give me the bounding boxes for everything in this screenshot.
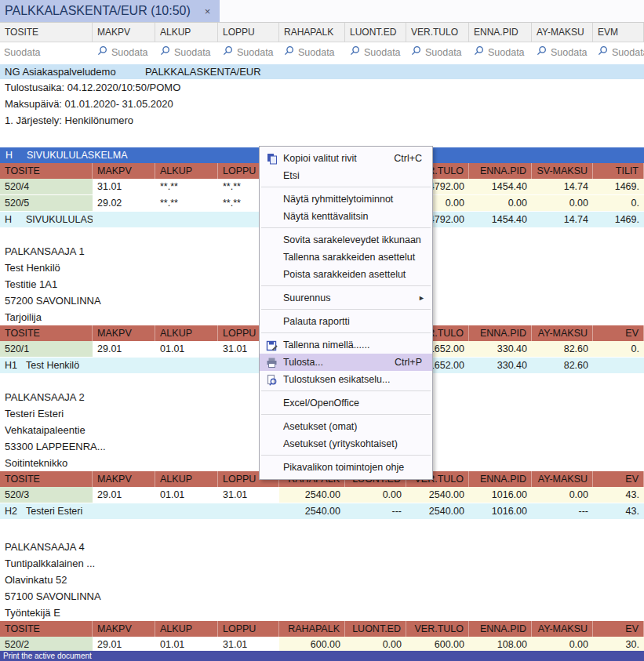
column-header-makpv[interactable]: MAKPV <box>93 23 155 42</box>
table-cell: 0. <box>593 195 644 212</box>
menu-item-excel-openoffice[interactable]: Excel/OpenOffice <box>260 394 432 412</box>
column-header-luont-ed[interactable]: LUONT.ED <box>345 23 406 42</box>
filter-cell-ver-tulo[interactable]: Suodata <box>406 45 469 60</box>
menu-item-n-yt-kentt-valitsin[interactable]: Näytä kenttävalitsin <box>260 208 432 225</box>
table-header-cell-ev[interactable]: EV <box>593 471 644 487</box>
summary-prefix: H <box>5 212 26 227</box>
table-cell <box>93 503 155 520</box>
filter-cell-makpv[interactable]: Suodata <box>93 45 155 60</box>
menu-item-etsi[interactable]: Etsi <box>260 167 432 184</box>
table-cell: HSIVUKULULAS... <box>0 212 93 228</box>
table-header-cell-makpv[interactable]: MAKPV <box>93 621 155 637</box>
menu-item-label: Pikavalikon toimintojen ohje <box>283 462 432 473</box>
table-cell <box>593 358 644 374</box>
table-header-cell-makpv[interactable]: MAKPV <box>93 471 155 487</box>
filter-label: Suodata <box>237 47 274 58</box>
menu-item-label: Suurennus <box>283 292 418 303</box>
table-row[interactable]: 520/329.0101.0131.012540.000.002540.0010… <box>0 487 644 503</box>
menu-item-palauta-raportti[interactable]: Palauta raportti <box>260 313 432 330</box>
magnifier-icon <box>283 45 294 56</box>
filter-cell-loppu[interactable]: Suodata <box>218 45 279 60</box>
table-header-cell-tosite[interactable]: TOSITE <box>0 325 93 341</box>
table-header-cell-ver-tulo[interactable]: VER.TULO <box>406 621 469 637</box>
column-header-alkup[interactable]: ALKUP <box>155 23 218 42</box>
menu-item-kopioi-valitut-rivit[interactable]: Kopioi valitut rivitCtrl+C <box>260 150 432 167</box>
column-header-rahapalk[interactable]: RAHAPALK <box>279 23 345 42</box>
table-header-cell-makpv[interactable]: MAKPV <box>93 325 155 341</box>
filter-label: Suodata <box>4 47 41 58</box>
close-icon[interactable]: × <box>205 5 211 17</box>
table-header-cell-enna-pid[interactable]: ENNA.PID <box>469 163 532 179</box>
table-header-cell-ay-maksu[interactable]: AY-MAKSU <box>532 325 593 341</box>
table-header-cell-loppu[interactable]: LOPPU <box>218 621 279 637</box>
filter-cell-evm[interactable]: Suodata <box>593 45 644 60</box>
menu-item-asetukset-omat[interactable]: Asetukset (omat) <box>260 418 432 435</box>
table-header-row: TOSITEMAKPVALKUPLOPPURAHAPALKLUONT.EDVER… <box>0 621 644 637</box>
table-header-cell-alkup[interactable]: ALKUP <box>155 621 218 637</box>
table-header-cell-ev[interactable]: EV <box>593 325 644 341</box>
menu-item-label: Poista sarakkeiden asettelut <box>283 269 432 280</box>
menu-item-suurennus[interactable]: Suurennus► <box>260 289 432 307</box>
table-cell: **.** <box>155 195 218 212</box>
table-header-cell-alkup[interactable]: ALKUP <box>155 325 218 341</box>
table-header-cell-ev[interactable]: EV <box>593 621 644 637</box>
menu-item-tulosta[interactable]: Tulosta...Ctrl+P <box>260 354 432 371</box>
table-header-cell-makpv[interactable]: MAKPV <box>93 163 155 179</box>
column-header-enna-pid[interactable]: ENNA.PID <box>469 23 532 42</box>
menu-item-pikavalikon-toimintojen-ohje[interactable]: Pikavalikon toimintojen ohje <box>260 459 432 476</box>
filter-row: SuodataSuodataSuodataSuodataSuodataSuoda… <box>0 42 644 62</box>
filter-cell-rahapalk[interactable]: Suodata <box>279 45 345 60</box>
table-header-cell-luont-ed[interactable]: LUONT.ED <box>345 621 406 637</box>
summary-row[interactable]: H2Testeri Esteri2540.00---2540.001016.00… <box>0 503 644 520</box>
tab-palkkalaskenta[interactable]: PALKKALASKENTA/EUR (10:50) × <box>0 0 220 22</box>
employee-info-line: Työntekijä E <box>0 605 644 621</box>
table-header-cell-ay-maksu[interactable]: AY-MAKSU <box>532 471 593 487</box>
menu-item-tallenna-nimell[interactable]: Tallenna nimellä...... <box>260 336 432 354</box>
filter-cell-tosite[interactable]: Suodata <box>0 47 93 58</box>
table-header-cell-tilit[interactable]: TILIT <box>593 163 644 179</box>
table-header-cell-enna-pid[interactable]: ENNA.PID <box>469 325 532 341</box>
section-prefix: H <box>5 147 13 163</box>
filter-label: Suodata <box>364 47 401 58</box>
menu-item-label: Asetukset (yrityskohtaiset) <box>283 438 432 449</box>
filter-cell-alkup[interactable]: Suodata <box>155 45 218 60</box>
print-time-line: Tulostusaika: 04.12.2020/10:50/POMO <box>0 79 644 96</box>
menu-item-tallenna-sarakkeiden-asettelut[interactable]: Tallenna sarakkeiden asettelut <box>260 249 432 266</box>
menu-shortcut: Ctrl+C <box>394 153 432 164</box>
table-cell: **.** <box>155 179 218 195</box>
table-cell <box>155 503 218 520</box>
menu-item-n-yt-ryhmittelytoiminnot[interactable]: Näytä ryhmittelytoiminnot <box>260 191 432 208</box>
filter-cell-luont-ed[interactable]: Suodata <box>345 45 406 60</box>
table-header-cell-enna-pid[interactable]: ENNA.PID <box>469 621 532 637</box>
column-header-ver-tulo[interactable]: VER.TULO <box>406 23 469 42</box>
table-cell: 82.60 <box>532 341 593 358</box>
column-header-tosite[interactable]: TOSITE <box>0 23 93 42</box>
table-cell: 14.74 <box>532 179 593 195</box>
column-header-loppu[interactable]: LOPPU <box>218 23 279 42</box>
table-header-cell-alkup[interactable]: ALKUP <box>155 471 218 487</box>
table-header-cell-ay-maksu[interactable]: AY-MAKSU <box>532 621 593 637</box>
filter-cell-ay-maksu[interactable]: Suodata <box>532 45 593 60</box>
menu-separator <box>261 309 431 310</box>
table-header-cell-alkup[interactable]: ALKUP <box>155 163 218 179</box>
column-header-ay-maksu[interactable]: AY-MAKSU <box>532 23 593 42</box>
menu-item-tulostuksen-esikatselu[interactable]: Tulostuksen esikatselu... <box>260 371 432 388</box>
column-header-evm[interactable]: EVM <box>593 23 644 42</box>
table-cell: 29.02 <box>93 195 155 212</box>
summary-name: Test Henkilö <box>26 360 79 371</box>
table-header-cell-rahapalk[interactable]: RAHAPALK <box>279 621 345 637</box>
context-menu: Kopioi valitut rivitCtrl+CEtsiNäytä ryhm… <box>259 146 433 480</box>
magnifier-icon <box>96 45 107 56</box>
table-header-cell-enna-pid[interactable]: ENNA.PID <box>469 471 532 487</box>
menu-item-sovita-sarakeleveydet-ikkunaan[interactable]: Sovita sarakeleveydet ikkunaan <box>260 231 432 249</box>
filter-cell-enna-pid[interactable]: Suodata <box>469 45 532 60</box>
table-header-cell-sv-maksu[interactable]: SV-MAKSU <box>532 163 593 179</box>
table-header-cell-tosite[interactable]: TOSITE <box>0 163 93 179</box>
menu-item-asetukset-yrityskohtaiset[interactable]: Asetukset (yrityskohtaiset) <box>260 435 432 452</box>
magnifier-icon <box>159 45 170 56</box>
table-header-cell-tosite[interactable]: TOSITE <box>0 621 93 637</box>
table-cell: 330.40 <box>469 341 532 358</box>
menu-item-poista-sarakkeiden-asettelut[interactable]: Poista sarakkeiden asettelut <box>260 266 432 283</box>
table-header-cell-tosite[interactable]: TOSITE <box>0 471 93 487</box>
menu-item-label: Etsi <box>283 170 432 181</box>
